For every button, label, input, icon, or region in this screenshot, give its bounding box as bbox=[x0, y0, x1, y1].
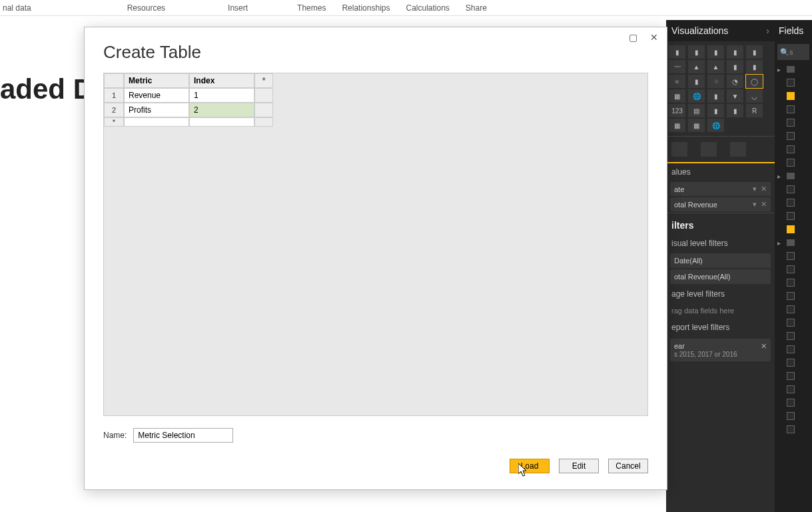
ribbon-tab[interactable]: nal data bbox=[0, 1, 39, 15]
field-item[interactable] bbox=[775, 223, 812, 236]
fields-search[interactable]: 🔍 s bbox=[777, 44, 809, 60]
ribbon-tab[interactable]: Themes bbox=[289, 1, 334, 15]
format-tab-icon[interactable] bbox=[701, 142, 717, 157]
viz-arcgis-icon[interactable]: 🌐 bbox=[707, 119, 724, 132]
viz-combo2-icon[interactable]: ▮ bbox=[746, 60, 763, 73]
viz-funnel-icon[interactable]: ▼ bbox=[727, 89, 743, 103]
field-item[interactable] bbox=[775, 183, 812, 196]
field-item[interactable] bbox=[775, 383, 812, 396]
load-button[interactable]: Load bbox=[510, 459, 550, 473]
viz-slicer-icon[interactable]: ▮ bbox=[727, 104, 743, 117]
remove-icon[interactable]: ✕ bbox=[761, 185, 767, 193]
field-item[interactable] bbox=[775, 303, 812, 316]
field-table[interactable]: ▸ bbox=[775, 236, 812, 249]
field-item[interactable] bbox=[775, 329, 812, 343]
field-item[interactable] bbox=[775, 409, 812, 423]
viz-table-icon[interactable]: ▦ bbox=[669, 119, 685, 132]
grid-cell[interactable]: 2 bbox=[189, 103, 254, 117]
value-field[interactable]: otal Revenue ▾✕ bbox=[670, 197, 771, 211]
grid-cell[interactable] bbox=[254, 117, 273, 127]
viz-line-icon[interactable]: 〰 bbox=[669, 60, 685, 73]
field-item[interactable] bbox=[775, 276, 812, 289]
ribbon-tab[interactable]: Calculations bbox=[398, 1, 457, 15]
chevron-right-icon[interactable]: › bbox=[766, 25, 769, 36]
column-header[interactable]: Index bbox=[189, 73, 254, 88]
ribbon-tab[interactable]: Insert bbox=[220, 1, 256, 15]
table-entry-area[interactable]: Metric Index * 1 Revenue 1 2 Profits 2 * bbox=[103, 73, 648, 416]
viz-area-icon[interactable]: ▲ bbox=[688, 60, 705, 73]
grid-cell[interactable] bbox=[254, 103, 273, 117]
field-table[interactable]: ▸ bbox=[775, 169, 812, 183]
viz-clustered-bar-icon[interactable]: ▮ bbox=[688, 45, 705, 59]
viz-ribbon-icon[interactable]: ≈ bbox=[669, 75, 685, 88]
drag-placeholder[interactable]: rag data fields here bbox=[666, 303, 775, 319]
viz-clustered-column-icon[interactable]: ▮ bbox=[727, 45, 743, 59]
viz-multi-card-icon[interactable]: ▤ bbox=[688, 104, 705, 117]
dropdown-icon[interactable]: ▾ bbox=[753, 200, 757, 209]
ribbon-tab[interactable]: Resources bbox=[119, 1, 173, 15]
cancel-button[interactable]: Cancel bbox=[608, 459, 648, 473]
viz-card-icon[interactable]: 123 bbox=[669, 104, 685, 117]
field-item[interactable] bbox=[775, 343, 812, 356]
field-item[interactable] bbox=[775, 356, 812, 369]
add-row[interactable]: * bbox=[104, 117, 124, 127]
table-name-input[interactable] bbox=[133, 428, 233, 443]
viz-r-icon[interactable]: R bbox=[746, 104, 763, 117]
remove-icon[interactable]: ✕ bbox=[761, 200, 767, 209]
viz-waterfall-icon[interactable]: ▮ bbox=[688, 75, 705, 88]
field-item[interactable] bbox=[775, 116, 812, 129]
viz-100-stacked-icon[interactable]: ▮ bbox=[746, 45, 763, 59]
filter-item[interactable]: Date(All) bbox=[670, 253, 771, 268]
maximize-button[interactable]: ▢ bbox=[625, 31, 640, 43]
viz-scatter-icon[interactable]: ⁘ bbox=[707, 75, 724, 88]
viz-stacked-column-icon[interactable]: ▮ bbox=[707, 45, 724, 59]
field-item[interactable] bbox=[775, 76, 812, 89]
fields-header[interactable]: Fields bbox=[775, 20, 812, 41]
field-item[interactable] bbox=[775, 129, 812, 143]
field-item[interactable] bbox=[775, 103, 812, 116]
field-table[interactable]: ▸ bbox=[775, 63, 812, 76]
viz-kpi-icon[interactable]: ▮ bbox=[707, 104, 724, 117]
filter-item[interactable]: otal Revenue(All) bbox=[670, 269, 771, 284]
grid-cell[interactable]: Revenue bbox=[124, 88, 189, 103]
fields-tab-icon[interactable] bbox=[671, 142, 687, 157]
field-item[interactable] bbox=[775, 209, 812, 223]
field-item[interactable] bbox=[775, 263, 812, 276]
ribbon-tab[interactable]: Relationships bbox=[334, 1, 398, 15]
field-item[interactable] bbox=[775, 89, 812, 103]
field-item[interactable] bbox=[775, 156, 812, 169]
grid-cell[interactable]: Profits bbox=[124, 103, 189, 117]
viz-pie-icon[interactable]: ◔ bbox=[727, 75, 743, 88]
grid-cell[interactable]: 1 bbox=[189, 88, 254, 103]
ribbon-tab[interactable]: Share bbox=[458, 1, 495, 15]
viz-filled-map-icon[interactable]: ▮ bbox=[707, 89, 724, 103]
viz-map-icon[interactable]: 🌐 bbox=[688, 89, 705, 103]
edit-button[interactable]: Edit bbox=[559, 459, 599, 473]
dropdown-icon[interactable]: ▾ bbox=[753, 185, 757, 193]
viz-matrix-icon[interactable]: ▦ bbox=[688, 119, 705, 132]
viz-stacked-area-icon[interactable]: ▲ bbox=[707, 60, 724, 73]
column-header[interactable]: Metric bbox=[124, 73, 189, 88]
grid-cell[interactable] bbox=[124, 117, 189, 127]
field-item[interactable] bbox=[775, 316, 812, 329]
grid-cell[interactable] bbox=[189, 117, 254, 127]
viz-combo-icon[interactable]: ▮ bbox=[727, 60, 743, 73]
remove-icon[interactable]: ✕ bbox=[761, 342, 767, 351]
close-button[interactable]: ✕ bbox=[647, 31, 661, 43]
analytics-tab-icon[interactable] bbox=[730, 142, 746, 157]
data-grid[interactable]: Metric Index * 1 Revenue 1 2 Profits 2 * bbox=[104, 73, 273, 127]
field-item[interactable] bbox=[775, 249, 812, 263]
add-column[interactable]: * bbox=[254, 73, 273, 88]
field-item[interactable] bbox=[775, 196, 812, 209]
viz-treemap-icon[interactable]: ▦ bbox=[669, 89, 685, 103]
year-filter[interactable]: ✕ ear s 2015, 2017 or 2016 bbox=[670, 339, 771, 361]
field-item[interactable] bbox=[775, 423, 812, 436]
field-item[interactable] bbox=[775, 369, 812, 383]
viz-stacked-bar-icon[interactable]: ▮ bbox=[669, 45, 685, 59]
visualizations-header[interactable]: Visualizations › bbox=[666, 20, 775, 41]
viz-gauge-icon[interactable]: ◡ bbox=[746, 89, 763, 103]
viz-donut-icon[interactable]: ◯ bbox=[746, 75, 763, 88]
field-item[interactable] bbox=[775, 396, 812, 409]
value-field[interactable]: ate ▾✕ bbox=[670, 182, 771, 196]
grid-cell[interactable] bbox=[254, 88, 273, 103]
